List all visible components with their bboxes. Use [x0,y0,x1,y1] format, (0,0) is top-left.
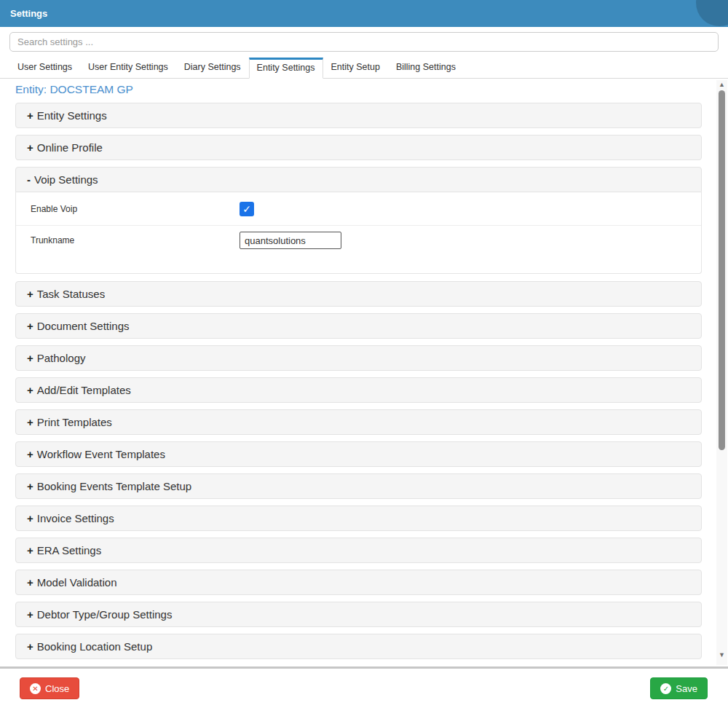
panels-after: +Task Statuses+Document Settings+Patholo… [15,281,728,659]
expand-icon: + [27,448,33,460]
panel-label: Debtor Type/Group Settings [37,608,173,621]
scroll-down-arrow[interactable]: ▼ [716,650,727,659]
header-corner-decoration [696,0,728,26]
panel-label: Booking Events Template Setup [37,480,191,492]
search-input[interactable] [9,32,719,52]
expand-icon: + [27,352,33,364]
accordion-panel-era-settings[interactable]: +ERA Settings [15,538,702,563]
tab-billing-settings[interactable]: Billing Settings [388,56,464,78]
trunkname-row: Trunkname [16,226,701,255]
accordion-panel-add-edit-templates[interactable]: +Add/Edit Templates [15,377,702,403]
enable-voip-label: Enable Voip [31,204,240,214]
panel-label: Booking Location Setup [37,640,152,653]
accordion-panel-entity-settings[interactable]: +Entity Settings [15,103,702,128]
expand-icon: + [27,576,33,589]
search-row [0,27,728,56]
accordion-panel-model-validation[interactable]: +Model Validation [15,570,702,595]
expand-icon: + [27,141,33,154]
panel-label: ERA Settings [37,544,101,556]
expand-icon: + [27,320,33,332]
expand-icon: + [27,416,33,428]
checkmark-icon: ✓ [242,204,251,214]
save-button-label: Save [676,683,697,694]
settings-scroll-area: Entity: DOCSTEAM GP +Entity Settings+Onl… [0,79,728,666]
panel-label: Voip Settings [34,173,98,186]
settings-window: Settings User SettingsUser Entity Settin… [0,0,728,708]
trunkname-input[interactable] [240,232,341,249]
check-circle-icon: ✓ [660,683,671,694]
expand-icon: + [27,288,33,300]
close-circle-icon: ✕ [30,683,41,694]
expand-icon: + [27,384,33,396]
panel-label: Pathology [37,352,86,364]
enable-voip-checkbox[interactable]: ✓ [240,202,254,216]
accordion-panel-online-profile[interactable]: +Online Profile [15,135,702,160]
accordion-panel-booking-events-template-setup[interactable]: +Booking Events Template Setup [15,473,702,499]
expand-icon: + [27,640,33,653]
close-button[interactable]: ✕ Close [20,677,79,699]
expand-icon: + [27,512,33,524]
accordion-panel-print-templates[interactable]: +Print Templates [15,409,702,435]
panel-label: Invoice Settings [37,512,114,524]
trunkname-label: Trunkname [31,235,240,245]
expand-icon: + [27,608,33,621]
vertical-scrollbar[interactable]: ▲ ▼ [716,80,727,665]
entity-link[interactable]: Entity: DOCSTEAM GP [15,83,728,96]
tab-entity-settings[interactable]: Entity Settings [249,58,323,79]
scroll-up-arrow[interactable]: ▲ [716,80,727,89]
close-button-label: Close [45,683,69,694]
accordion-panel-voip-settings[interactable]: - Voip Settings [15,167,702,192]
accordion-panel-document-settings[interactable]: +Document Settings [15,313,702,339]
panel-label: Workflow Event Templates [37,448,165,460]
panel-label: Online Profile [37,141,103,154]
tab-diary-settings[interactable]: Diary Settings [176,56,249,78]
tab-entity-setup[interactable]: Entity Setup [323,56,388,78]
window-title: Settings [10,0,47,27]
tab-bar: User SettingsUser Entity SettingsDiary S… [0,56,728,79]
footer: ✕ Close ✓ Save [0,669,728,704]
accordion-panel-booking-location-setup[interactable]: +Booking Location Setup [15,634,702,659]
scrollbar-thumb[interactable] [719,90,725,450]
collapse-icon: - [27,173,31,186]
expand-icon: + [27,544,33,556]
panel-label: Document Settings [37,320,130,332]
panel-label: Add/Edit Templates [37,384,131,396]
accordion-panel-workflow-event-templates[interactable]: +Workflow Event Templates [15,441,702,467]
expand-icon: + [27,109,33,122]
accordion-panel-invoice-settings[interactable]: +Invoice Settings [15,506,702,531]
accordion-panel-debtor-type-group-settings[interactable]: +Debtor Type/Group Settings [15,602,702,627]
panels-before: +Entity Settings+Online Profile [15,103,728,160]
panel-label: Task Statuses [37,288,105,300]
accordion-panel-pathology[interactable]: +Pathology [15,345,702,371]
tab-user-entity-settings[interactable]: User Entity Settings [80,56,176,78]
window-header: Settings [0,0,728,27]
tab-user-settings[interactable]: User Settings [9,56,80,78]
voip-settings-body: Enable Voip ✓ Trunkname [15,192,702,274]
panel-label: Entity Settings [37,109,107,122]
panel-label: Model Validation [37,576,117,589]
panel-label: Print Templates [37,416,112,428]
expand-icon: + [27,480,33,492]
enable-voip-row: Enable Voip ✓ [16,192,701,226]
accordion-panel-task-statuses[interactable]: +Task Statuses [15,281,702,307]
save-button[interactable]: ✓ Save [650,677,708,699]
